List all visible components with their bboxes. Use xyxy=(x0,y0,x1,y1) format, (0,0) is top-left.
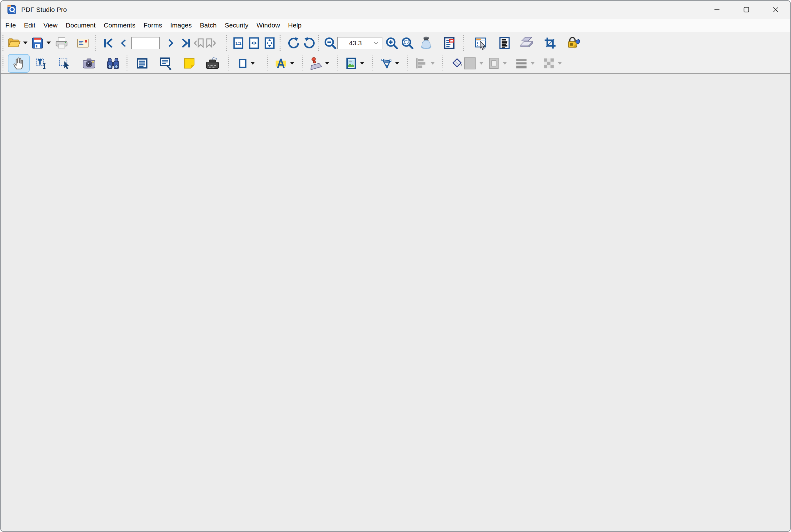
menu-security[interactable]: Security xyxy=(221,19,253,31)
next-bookmark-button[interactable] xyxy=(205,36,217,50)
dropdown-caret-icon[interactable] xyxy=(290,62,294,64)
callout-button[interactable] xyxy=(159,56,173,71)
last-page-button[interactable] xyxy=(179,36,192,50)
loupe-icon xyxy=(419,36,434,51)
align-icon xyxy=(414,56,428,71)
previous-bookmark-button[interactable] xyxy=(192,36,205,50)
menu-help[interactable]: Help xyxy=(284,19,306,31)
menu-document[interactable]: Document xyxy=(61,19,100,31)
toolbar-row-1: 1:143.3 xyxy=(1,33,790,53)
toolbar-separator xyxy=(442,56,443,71)
shapes-button[interactable] xyxy=(237,57,255,70)
previous-page-icon xyxy=(118,36,129,50)
print-icon xyxy=(55,36,69,50)
email-icon xyxy=(76,36,90,50)
fit-page-button[interactable] xyxy=(263,36,276,50)
minimize-button[interactable] xyxy=(702,1,732,19)
transparency-button[interactable] xyxy=(542,57,562,70)
zoom-in-button[interactable] xyxy=(385,36,399,50)
previous-page-button[interactable] xyxy=(118,36,129,50)
close-button[interactable] xyxy=(761,1,790,19)
hand-tool-button[interactable] xyxy=(8,54,30,73)
next-bookmark-icon xyxy=(205,36,217,50)
menu-forms[interactable]: Forms xyxy=(139,19,166,31)
object-select-icon xyxy=(58,57,72,70)
zoom-out-button[interactable] xyxy=(323,36,337,50)
document-canvas[interactable] xyxy=(1,74,790,531)
security-button[interactable] xyxy=(566,36,581,51)
form-editor-button[interactable] xyxy=(474,36,488,50)
snapshot-button[interactable] xyxy=(81,56,96,71)
actual-size-icon: 1:1 xyxy=(232,36,245,50)
toolbar-separator xyxy=(95,35,96,51)
toolbar: 1:143.3 xyxy=(1,32,790,74)
first-page-button[interactable] xyxy=(102,36,115,50)
rotate-clockwise-button[interactable] xyxy=(287,36,300,50)
text-selection-button[interactable] xyxy=(35,57,49,70)
dropdown-caret-icon[interactable] xyxy=(251,62,255,64)
menu-window[interactable]: Window xyxy=(253,19,284,31)
next-page-icon xyxy=(165,36,176,50)
stamp-button[interactable] xyxy=(308,56,329,71)
menu-images[interactable]: Images xyxy=(166,19,196,31)
measurement-button[interactable] xyxy=(380,57,399,70)
dropdown-caret-icon[interactable] xyxy=(360,62,364,64)
dropdown-caret-icon[interactable] xyxy=(430,62,435,64)
dropdown-caret-icon[interactable] xyxy=(325,62,329,64)
border-color-button[interactable] xyxy=(488,57,507,70)
text-select-icon xyxy=(35,57,49,70)
object-selection-button[interactable] xyxy=(58,57,72,70)
save-button[interactable] xyxy=(31,36,51,50)
pan-zoom-icon xyxy=(442,36,456,50)
loupe-button[interactable] xyxy=(419,36,434,51)
open-button[interactable] xyxy=(7,36,27,50)
ocr-button[interactable] xyxy=(498,36,511,50)
dropdown-caret-icon[interactable] xyxy=(395,62,399,64)
toolbar-separator xyxy=(226,35,227,51)
maximize-button[interactable] xyxy=(732,1,761,19)
scan-button[interactable] xyxy=(518,36,534,50)
actual-size-button[interactable]: 1:1 xyxy=(232,36,245,50)
fit-width-button[interactable] xyxy=(247,36,261,50)
dropdown-caret-icon[interactable] xyxy=(503,62,507,64)
marquee-zoom-button[interactable] xyxy=(401,36,414,50)
typewriter-button[interactable] xyxy=(205,56,220,71)
dropdown-caret-icon[interactable] xyxy=(531,62,535,64)
search-button[interactable] xyxy=(106,56,120,71)
text-box-button[interactable] xyxy=(135,57,149,70)
line-width-button[interactable] xyxy=(515,57,535,70)
menu-batch[interactable]: Batch xyxy=(196,19,221,31)
zoom-level-combo[interactable]: 43.3 xyxy=(337,37,382,49)
sticky-note-button[interactable] xyxy=(182,57,196,70)
menu-file[interactable]: File xyxy=(1,19,20,31)
pan-and-zoom-button[interactable] xyxy=(442,36,456,50)
email-button[interactable] xyxy=(76,36,90,50)
title-bar: PDF PDF Studio Pro xyxy=(1,1,790,19)
menu-comments[interactable]: Comments xyxy=(100,19,140,31)
toolbar-separator xyxy=(2,56,3,71)
alignment-button[interactable] xyxy=(414,56,435,71)
page-number-input[interactable] xyxy=(131,37,160,49)
dropdown-caret-icon[interactable] xyxy=(47,41,51,44)
dropdown-caret-icon[interactable] xyxy=(479,62,484,64)
toolbar-separator xyxy=(407,56,408,71)
text-highlight-button[interactable] xyxy=(274,57,294,70)
print-button[interactable] xyxy=(55,36,69,50)
dropdown-caret-icon[interactable] xyxy=(558,62,562,64)
open-folder-icon xyxy=(7,36,21,50)
image-annotation-button[interactable] xyxy=(345,57,364,70)
dropdown-caret-icon[interactable] xyxy=(23,41,27,44)
crop-pages-button[interactable] xyxy=(543,36,557,50)
next-page-button[interactable] xyxy=(165,36,176,50)
image-icon xyxy=(345,57,358,70)
transparency-icon xyxy=(542,57,555,70)
toolbar-separator xyxy=(2,35,3,51)
border-color-icon xyxy=(488,57,500,70)
maximize-icon xyxy=(743,6,750,13)
fill-color-button[interactable] xyxy=(451,57,484,70)
toolbar-separator xyxy=(337,56,338,71)
menu-edit[interactable]: Edit xyxy=(20,19,39,31)
rotate-counterclockwise-button[interactable] xyxy=(302,36,316,50)
form-editor-icon xyxy=(474,36,488,50)
menu-view[interactable]: View xyxy=(39,19,61,31)
